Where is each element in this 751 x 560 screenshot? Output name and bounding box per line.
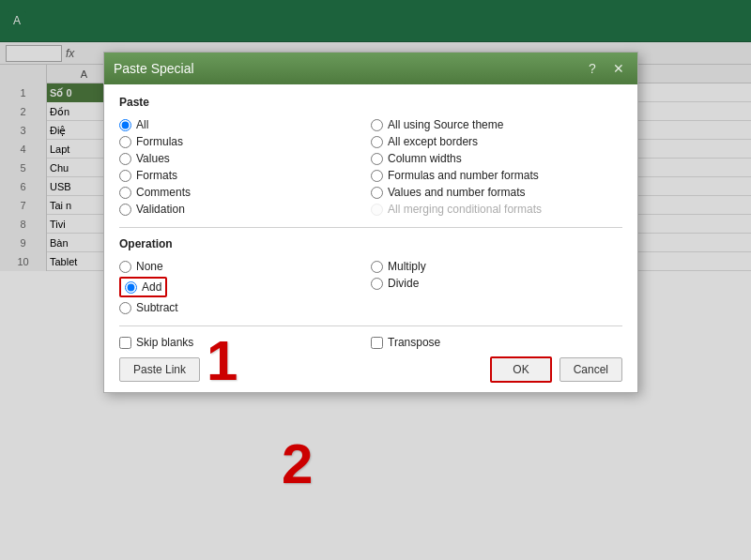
dialog-titlebar: Paste Special ? ✕ — [104, 53, 637, 84]
paste-options-grid: All Formulas Values Formats Comments — [119, 116, 622, 218]
annotation-number-1: 1 — [207, 328, 238, 393]
radio-option-all-merging[interactable]: All merging conditional formats — [371, 201, 622, 218]
dialog-title-controls: ? ✕ — [583, 59, 628, 78]
radio-option-divide[interactable]: Divide — [371, 275, 622, 292]
dialog-title: Paste Special — [114, 61, 194, 76]
radio-option-formats[interactable]: Formats — [119, 167, 371, 184]
operation-options-grid: None Add Subtract Multiply — [119, 258, 622, 316]
radio-option-column-widths[interactable]: Column widths — [371, 150, 622, 167]
radio-input-validation[interactable] — [119, 204, 131, 216]
operation-options-left: None Add Subtract — [119, 258, 371, 316]
paste-options-left: All Formulas Values Formats Comments — [119, 116, 371, 218]
radio-input-comments[interactable] — [119, 187, 131, 199]
radio-label-except-borders: All except borders — [388, 135, 478, 148]
radio-label-subtract: Subtract — [136, 301, 178, 314]
radio-label-formulas-number: Formulas and number formats — [388, 169, 539, 182]
radio-input-values-number[interactable] — [371, 187, 383, 199]
dialog-body: Paste All Formulas Values Formats — [104, 84, 637, 392]
divider-2 — [119, 325, 622, 326]
radio-label-none: None — [136, 260, 163, 273]
radio-option-formulas[interactable]: Formulas — [119, 133, 371, 150]
radio-label-formulas: Formulas — [136, 135, 183, 148]
radio-label-all: All — [136, 118, 148, 131]
cancel-button[interactable]: Cancel — [559, 357, 622, 382]
paste-special-dialog: Paste Special ? ✕ Paste All Formulas — [103, 52, 638, 393]
radio-option-values-number[interactable]: Values and number formats — [371, 184, 622, 201]
radio-input-subtract[interactable] — [119, 302, 131, 314]
radio-option-values[interactable]: Values — [119, 150, 371, 167]
radio-label-column-widths: Column widths — [388, 152, 462, 165]
radio-input-formulas[interactable] — [119, 136, 131, 148]
paste-link-button[interactable]: Paste Link — [119, 357, 200, 382]
skip-blanks-option[interactable]: Skip blanks — [119, 336, 371, 349]
radio-option-validation[interactable]: Validation — [119, 201, 371, 218]
paste-options-right: All using Source theme All except border… — [371, 116, 622, 218]
add-option-highlight: Add — [119, 277, 167, 297]
radio-label-all-source: All using Source theme — [388, 118, 503, 131]
paste-section-label: Paste — [119, 96, 622, 109]
radio-input-formulas-number[interactable] — [371, 170, 383, 182]
radio-option-subtract[interactable]: Subtract — [119, 299, 371, 316]
radio-option-comments[interactable]: Comments — [119, 184, 371, 201]
radio-input-add[interactable] — [125, 281, 137, 294]
buttons-row: Paste Link OK Cancel — [119, 356, 622, 383]
radio-input-all-merging — [371, 204, 383, 216]
operation-options-right: Multiply Divide — [371, 258, 622, 316]
radio-label-multiply: Multiply — [388, 260, 426, 273]
radio-option-except-borders[interactable]: All except borders — [371, 133, 622, 150]
radio-option-all-source[interactable]: All using Source theme — [371, 116, 622, 133]
radio-input-multiply[interactable] — [371, 261, 383, 273]
radio-label-comments: Comments — [136, 186, 191, 199]
radio-input-all[interactable] — [119, 119, 131, 131]
transpose-checkbox[interactable] — [371, 337, 383, 349]
radio-option-multiply[interactable]: Multiply — [371, 258, 622, 275]
radio-option-add[interactable]: Add — [119, 275, 371, 299]
dialog-help-button[interactable]: ? — [583, 59, 602, 78]
radio-input-column-widths[interactable] — [371, 153, 383, 165]
radio-label-values-number: Values and number formats — [388, 186, 526, 199]
transpose-option[interactable]: Transpose — [371, 336, 622, 349]
radio-input-all-source[interactable] — [371, 119, 383, 131]
radio-label-divide: Divide — [388, 277, 419, 290]
skip-blanks-checkbox[interactable] — [119, 337, 131, 349]
radio-label-validation: Validation — [136, 203, 185, 216]
radio-label-all-merging: All merging conditional formats — [388, 203, 542, 216]
skip-blanks-label: Skip blanks — [136, 336, 193, 349]
radio-input-divide[interactable] — [371, 278, 383, 290]
radio-input-values[interactable] — [119, 153, 131, 165]
operation-section-label: Operation — [119, 237, 622, 250]
radio-option-all[interactable]: All — [119, 116, 371, 133]
checkboxes-row: Skip blanks Transpose — [119, 336, 622, 349]
divider-1 — [119, 227, 622, 228]
radio-label-add: Add — [142, 280, 161, 294]
dialog-close-button[interactable]: ✕ — [609, 59, 628, 78]
radio-label-values: Values — [136, 152, 170, 165]
annotation-number-2: 2 — [282, 431, 313, 496]
radio-option-formulas-number[interactable]: Formulas and number formats — [371, 167, 622, 184]
ok-button[interactable]: OK — [490, 356, 551, 383]
radio-option-none[interactable]: None — [119, 258, 371, 275]
radio-input-except-borders[interactable] — [371, 136, 383, 148]
transpose-label: Transpose — [388, 336, 440, 349]
radio-input-none[interactable] — [119, 261, 131, 273]
radio-input-formats[interactable] — [119, 170, 131, 182]
radio-label-formats: Formats — [136, 169, 177, 182]
